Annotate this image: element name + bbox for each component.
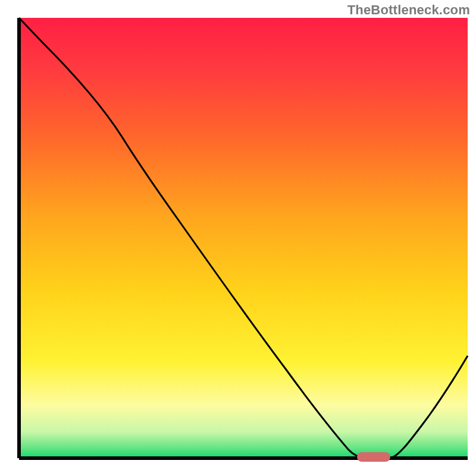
optimal-marker xyxy=(357,452,390,462)
chart-stage: TheBottleneck.com xyxy=(0,0,476,476)
chart-svg xyxy=(0,0,476,476)
watermark-text: TheBottleneck.com xyxy=(347,2,470,18)
plot-background xyxy=(19,18,468,458)
